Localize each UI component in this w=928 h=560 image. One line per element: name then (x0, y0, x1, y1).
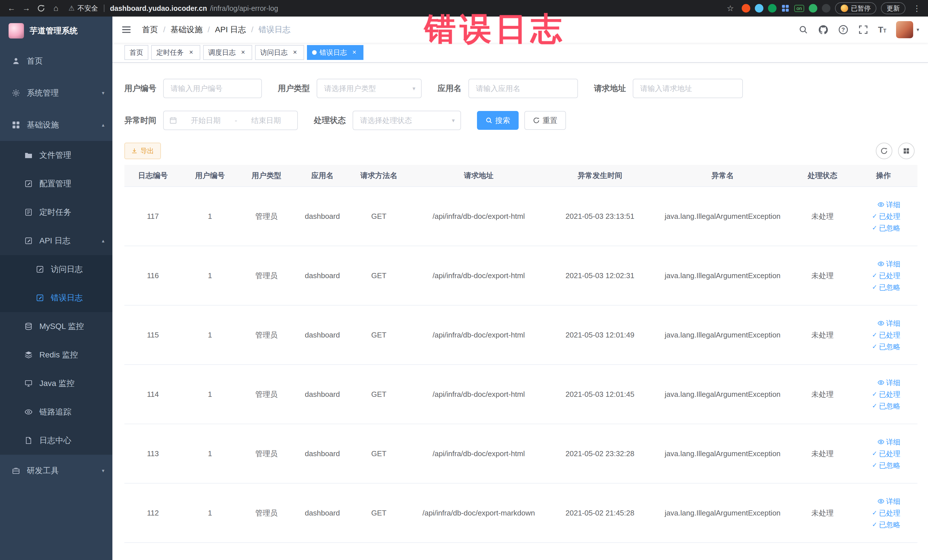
sidebar-item-error-log[interactable]: 错误日志 (0, 284, 112, 312)
tab-close-icon[interactable]: × (350, 49, 358, 56)
breadcrumb-separator: / (251, 25, 253, 34)
sidebar-item-config-mgmt[interactable]: 配置管理 (0, 169, 112, 198)
help-icon[interactable]: ? (838, 24, 849, 35)
breadcrumb-home[interactable]: 首页 (142, 24, 158, 35)
fullscreen-icon[interactable] (858, 24, 868, 35)
sidebar-item-access-log[interactable]: 访问日志 (0, 255, 112, 284)
action-detail-link[interactable]: 详细 (878, 497, 901, 506)
extension-green-icon[interactable] (768, 4, 777, 12)
user-type-select[interactable]: 请选择用户类型 ▾ (317, 79, 422, 98)
export-button[interactable]: 导出 (124, 143, 161, 159)
action-processed-link[interactable]: ✓已处理 (872, 212, 901, 221)
tab-access-log[interactable]: 访问日志 × (255, 45, 304, 60)
tab-close-icon[interactable]: × (187, 49, 195, 56)
sidebar-item-home[interactable]: 首页 (0, 45, 112, 77)
search-icon[interactable] (798, 24, 809, 35)
sidebar-item-infrastructure[interactable]: 基础设施 ▴ (0, 109, 112, 141)
cell-status: 未处理 (795, 246, 850, 305)
sidebar-item-log-center[interactable]: 日志中心 (0, 426, 112, 455)
table-row: 1171管理员dashboardGET/api/infra/db-doc/exp… (124, 186, 917, 246)
sidebar: 芋道管理系统 首页 系统管理 ▾ 基础设施 ▴ (0, 17, 112, 560)
sidebar-item-java-monitor[interactable]: Java 监控 (0, 369, 112, 398)
refresh-table-button[interactable] (876, 143, 892, 159)
breadcrumb-separator: / (208, 25, 210, 34)
main-area: 首页 / 基础设施 / API 日志 / 错误日志 ? (112, 17, 928, 560)
tab-scheduled-tasks[interactable]: 定时任务 × (151, 45, 200, 60)
action-processed-link[interactable]: ✓已处理 (872, 508, 901, 518)
tab-close-icon[interactable]: × (291, 49, 299, 56)
app-name-input[interactable] (469, 79, 578, 98)
sidebar-item-dev-tools[interactable]: 研发工具 ▾ (0, 455, 112, 487)
font-size-icon[interactable]: TT (878, 25, 886, 34)
refresh-icon (533, 117, 540, 124)
extension-orange-icon[interactable] (742, 4, 750, 12)
check-icon: ✓ (872, 213, 877, 220)
action-ignored-link[interactable]: ✓已忽略 (872, 342, 901, 351)
action-detail-link[interactable]: 详细 (878, 259, 901, 269)
filter-exception-time: 异常时间 开始日期 - 结束日期 (124, 111, 298, 130)
tab-dispatch-log[interactable]: 调度日志 × (203, 45, 252, 60)
action-processed-link[interactable]: ✓已处理 (872, 330, 901, 340)
request-url-input[interactable] (633, 79, 743, 98)
user-avatar[interactable] (896, 21, 913, 38)
sidebar-item-mysql-monitor[interactable]: MySQL 监控 (0, 312, 112, 340)
tab-error-log[interactable]: 错误日志 × (307, 45, 363, 60)
sidebar-item-scheduled-tasks[interactable]: 定时任务 (0, 198, 112, 226)
extension-on-badge-icon[interactable]: on (794, 5, 804, 12)
collapse-sidebar-button[interactable] (122, 24, 133, 35)
github-icon[interactable] (818, 24, 829, 35)
action-detail-link[interactable]: 详细 (878, 319, 901, 328)
breadcrumb-current-page: 错误日志 (258, 24, 290, 35)
tab-close-icon[interactable]: × (239, 49, 247, 56)
tab-home[interactable]: 首页 (124, 45, 148, 60)
edit-doc-icon (24, 237, 33, 245)
browser-reload-icon[interactable] (34, 2, 48, 15)
breadcrumb-infrastructure[interactable]: 基础设施 (171, 24, 203, 35)
process-status-select[interactable]: 请选择处理状态 ▾ (353, 111, 461, 130)
action-detail-link[interactable]: 详细 (878, 378, 901, 388)
user-menu[interactable]: ▾ (896, 21, 919, 38)
sidebar-item-redis-monitor[interactable]: Redis 监控 (0, 340, 112, 369)
app-name-label: 应用名 (438, 83, 462, 94)
chevron-down-icon: ▾ (452, 117, 455, 124)
browser-back-icon[interactable]: ← (5, 2, 18, 15)
search-button[interactable]: 搜索 (477, 111, 519, 130)
action-processed-link[interactable]: ✓已处理 (872, 390, 901, 399)
chevron-down-icon: ▾ (102, 90, 104, 96)
action-detail-link[interactable]: 详细 (878, 200, 901, 209)
sidebar-item-trace[interactable]: 链路追踪 (0, 398, 112, 426)
action-detail-link[interactable]: 详细 (878, 437, 901, 447)
app-logo[interactable]: 芋道管理系统 (0, 17, 112, 45)
sidebar-item-api-log[interactable]: API 日志 ▴ (0, 226, 112, 255)
action-ignored-link[interactable]: ✓已忽略 (872, 461, 901, 470)
sidebar-item-system-mgmt[interactable]: 系统管理 ▾ (0, 77, 112, 109)
filter-request-url: 请求地址 (594, 79, 743, 98)
gear-icon (11, 89, 21, 97)
browser-home-icon[interactable]: ⌂ (49, 2, 63, 15)
column-settings-button[interactable] (898, 143, 914, 159)
address-bar[interactable]: ⚠ 不安全 dashboard.yudao.iocoder.cn /infra/… (69, 4, 722, 13)
action-ignored-link[interactable]: ✓已忽略 (872, 401, 901, 411)
bookmark-star-icon[interactable]: ☆ (723, 2, 737, 15)
update-button[interactable]: 更新 (881, 2, 905, 14)
action-ignored-link[interactable]: ✓已忽略 (872, 283, 901, 292)
sidebar-item-file-mgmt[interactable]: 文件管理 (0, 141, 112, 169)
check-icon: ✓ (872, 343, 877, 350)
extension-grid-icon[interactable] (781, 4, 790, 12)
browser-forward-icon[interactable]: → (20, 2, 33, 15)
action-processed-link[interactable]: ✓已处理 (872, 449, 901, 458)
date-range-picker[interactable]: 开始日期 - 结束日期 (163, 111, 298, 130)
paused-button[interactable]: 已暂停 (835, 2, 876, 14)
browser-menu-icon[interactable]: ⋮ (910, 2, 924, 15)
breadcrumb-api-log[interactable]: API 日志 (215, 24, 246, 35)
column-header: 异常名 (650, 165, 795, 186)
folder-icon (24, 151, 33, 159)
extension-blue-drop-icon[interactable] (755, 4, 763, 12)
extension-paw-icon[interactable] (822, 4, 830, 12)
extension-leaf-icon[interactable] (809, 4, 817, 12)
action-processed-link[interactable]: ✓已处理 (872, 271, 901, 281)
action-ignored-link[interactable]: ✓已忽略 (872, 520, 901, 529)
user-id-input[interactable] (163, 79, 262, 98)
reset-button[interactable]: 重置 (524, 111, 566, 130)
action-ignored-link[interactable]: ✓已忽略 (872, 223, 901, 233)
